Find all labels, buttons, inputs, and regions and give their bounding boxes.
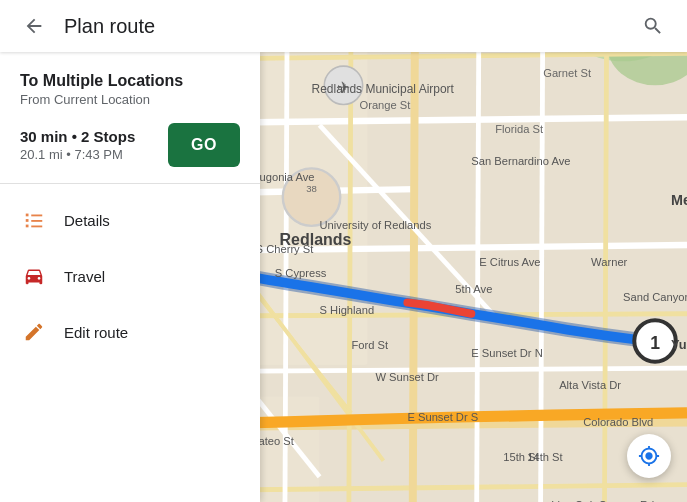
svg-text:Warner: Warner xyxy=(591,256,627,268)
sidebar-panel: To Multiple Locations From Current Locat… xyxy=(0,52,260,502)
svg-text:Florida St: Florida St xyxy=(495,123,544,135)
svg-line-21 xyxy=(348,52,351,502)
route-summary: To Multiple Locations From Current Locat… xyxy=(0,52,260,184)
svg-text:E Citrus Ave: E Citrus Ave xyxy=(479,256,540,268)
svg-text:Alta Vista Dr: Alta Vista Dr xyxy=(559,379,621,391)
edit-route-label: Edit route xyxy=(64,324,128,341)
svg-text:Orange St: Orange St xyxy=(359,99,411,111)
pencil-icon xyxy=(20,318,48,346)
menu-items: Details Travel Edit route xyxy=(0,184,260,368)
details-label: Details xyxy=(64,212,110,229)
svg-text:W Sunset Dr: W Sunset Dr xyxy=(375,371,439,383)
svg-line-24 xyxy=(604,52,607,502)
svg-rect-78 xyxy=(26,225,29,228)
svg-text:E Sunset Dr N: E Sunset Dr N xyxy=(471,347,542,359)
svg-text:Ford St: Ford St xyxy=(351,339,389,351)
svg-text:Garnet St: Garnet St xyxy=(543,67,592,79)
svg-rect-81 xyxy=(31,226,42,228)
svg-text:S Cypress: S Cypress xyxy=(275,267,327,279)
origin-label: From Current Location xyxy=(20,92,240,107)
my-location-button[interactable] xyxy=(627,434,671,478)
svg-text:Redlands: Redlands xyxy=(280,231,352,248)
svg-line-22 xyxy=(476,52,479,502)
time-stops: 30 min • 2 Stops xyxy=(20,128,135,145)
svg-text:E Sunset Dr S: E Sunset Dr S xyxy=(407,411,478,423)
svg-text:5th Ave: 5th Ave xyxy=(455,283,492,295)
go-button[interactable]: GO xyxy=(168,123,240,167)
menu-item-travel[interactable]: Travel xyxy=(0,248,260,304)
car-icon xyxy=(20,262,48,290)
page-title: Plan route xyxy=(64,15,635,38)
svg-rect-77 xyxy=(26,219,29,222)
svg-text:S Highland: S Highland xyxy=(320,304,375,316)
svg-text:Colorado Blvd: Colorado Blvd xyxy=(583,416,653,428)
svg-text:Mentone: Mentone xyxy=(671,192,687,208)
app-header: Plan route xyxy=(0,0,687,52)
search-button[interactable] xyxy=(635,8,671,44)
travel-label: Travel xyxy=(64,268,105,285)
svg-text:1: 1 xyxy=(650,333,660,353)
go-row: 30 min • 2 Stops 20.1 mi • 7:43 PM GO xyxy=(20,123,240,167)
svg-line-23 xyxy=(540,52,543,502)
svg-text:Redlands Municipal Airport: Redlands Municipal Airport xyxy=(312,82,455,96)
route-info: 30 min • 2 Stops 20.1 mi • 7:43 PM xyxy=(20,128,135,162)
svg-line-17 xyxy=(412,52,415,502)
svg-text:University of Redlands: University of Redlands xyxy=(320,219,432,231)
list-icon xyxy=(20,206,48,234)
svg-text:15th St: 15th St xyxy=(503,451,539,463)
back-button[interactable] xyxy=(16,8,52,44)
svg-text:Sand Canyon Rd: Sand Canyon Rd xyxy=(623,291,687,303)
dist-eta: 20.1 mi • 7:43 PM xyxy=(20,147,135,162)
svg-text:San Bernardino Ave: San Bernardino Ave xyxy=(471,155,570,167)
svg-rect-79 xyxy=(31,215,42,217)
menu-item-details[interactable]: Details xyxy=(0,192,260,248)
svg-text:38: 38 xyxy=(306,183,317,194)
svg-text:Live Oak Canyon Rd: Live Oak Canyon Rd xyxy=(551,499,654,502)
svg-text:Yucaip: Yucaip xyxy=(671,337,687,352)
destination-label: To Multiple Locations xyxy=(20,72,240,90)
svg-rect-76 xyxy=(26,214,29,217)
menu-item-edit-route[interactable]: Edit route xyxy=(0,304,260,360)
svg-rect-80 xyxy=(31,220,42,222)
